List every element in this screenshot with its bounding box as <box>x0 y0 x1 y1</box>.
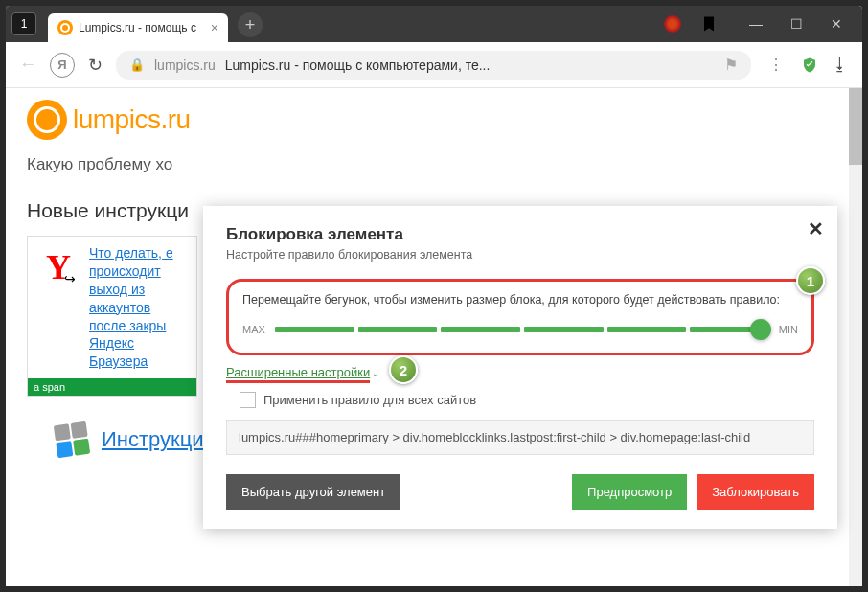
bookmark-panel-icon[interactable] <box>699 14 719 34</box>
modal-subtitle: Настройте правило блокирования элемента <box>226 248 814 262</box>
article-card[interactable]: Y↪ Что делать, е происходит выход из акк… <box>27 236 197 397</box>
rule-field[interactable]: lumpics.ru###homeprimary > div.homeblock… <box>226 420 814 455</box>
callout-2-icon: 2 <box>389 355 418 384</box>
minimize-button[interactable]: — <box>736 10 776 38</box>
slider-min-label: MIN <box>779 324 798 335</box>
logo-text: lumpics.ru <box>73 104 191 135</box>
callout-1-icon: 1 <box>796 266 825 295</box>
extension-icon[interactable] <box>663 14 682 34</box>
favicon-icon <box>57 20 73 35</box>
chevron-down-icon: ⌄ <box>372 368 379 378</box>
browser-tab[interactable]: Lumpics.ru - помощь с × <box>48 13 228 42</box>
browser-window: 1 Lumpics.ru - помощь с × + — ☐ ✕ ← Я ↻ … <box>6 6 862 586</box>
advanced-settings-row: 2 Расширенные настройки⌄ <box>226 363 814 380</box>
yandex-browser-icon: Y↪ <box>35 244 81 290</box>
slider-instruction: Перемещайте бегунок, чтобы изменить разм… <box>242 293 798 307</box>
menu-dots-icon[interactable]: ⋮ <box>765 52 788 78</box>
apply-all-row: Применить правило для всех сайтов <box>240 392 814 408</box>
slider-section: 1 Перемещайте бегунок, чтобы изменить ра… <box>226 279 814 355</box>
url-field[interactable]: 🔒 lumpics.ru Lumpics.ru - помощь с компь… <box>116 51 751 80</box>
select-other-button[interactable]: Выбрать другой элемент <box>226 474 400 510</box>
maximize-button[interactable]: ☐ <box>776 10 816 38</box>
os-icon <box>54 421 90 458</box>
block-size-slider[interactable] <box>275 327 769 332</box>
tab-title: Lumpics.ru - помощь с <box>79 21 205 34</box>
slider-max-label: MAX <box>242 324 265 335</box>
lock-icon: 🔒 <box>129 57 145 72</box>
page-content: lumpics.ru Какую проблему хо Новые инстр… <box>6 88 862 586</box>
scrollbar-thumb[interactable] <box>849 88 862 165</box>
block-button[interactable]: Заблокировать <box>697 474 814 510</box>
apply-all-label: Применить правило для всех сайтов <box>263 393 476 407</box>
advanced-settings-link[interactable]: Расширенные настройки <box>226 365 370 383</box>
apply-all-checkbox[interactable] <box>240 392 256 408</box>
close-window-button[interactable]: ✕ <box>816 10 857 38</box>
card-footer: a span <box>28 378 196 396</box>
search-prompt[interactable]: Какую проблему хо <box>27 155 805 174</box>
download-icon[interactable]: ⭳ <box>832 55 849 75</box>
new-tab-button[interactable]: + <box>238 12 263 37</box>
preview-button[interactable]: Предпросмотр <box>572 474 687 510</box>
bookmark-star-icon[interactable]: ⚑ <box>724 56 738 74</box>
article-link[interactable]: Что делать, е происходит выход из аккаун… <box>89 244 189 371</box>
modal-buttons: Выбрать другой элемент Предпросмотр Забл… <box>226 474 814 510</box>
logo-icon <box>27 100 67 140</box>
scrollbar[interactable] <box>849 88 862 586</box>
titlebar: 1 Lumpics.ru - помощь с × + — ☐ ✕ <box>6 6 862 42</box>
back-button[interactable]: ← <box>19 55 36 75</box>
url-title: Lumpics.ru - помощь с компьютерами, те..… <box>225 57 715 73</box>
slider-row: MAX MIN <box>242 324 798 335</box>
shield-icon[interactable] <box>801 56 818 75</box>
slider-thumb[interactable] <box>750 319 771 340</box>
yandex-icon[interactable]: Я <box>50 53 75 78</box>
modal-close-button[interactable]: ✕ <box>808 217 824 240</box>
element-block-modal: ✕ Блокировка элемента Настройте правило … <box>203 206 837 529</box>
reload-button[interactable]: ↻ <box>88 55 103 76</box>
tab-count-badge[interactable]: 1 <box>11 12 36 35</box>
close-tab-icon[interactable]: × <box>211 20 218 35</box>
modal-title: Блокировка элемента <box>226 225 814 244</box>
address-bar: ← Я ↻ 🔒 lumpics.ru Lumpics.ru - помощь с… <box>6 42 862 88</box>
url-domain: lumpics.ru <box>154 57 216 73</box>
site-logo[interactable]: lumpics.ru <box>27 100 805 140</box>
